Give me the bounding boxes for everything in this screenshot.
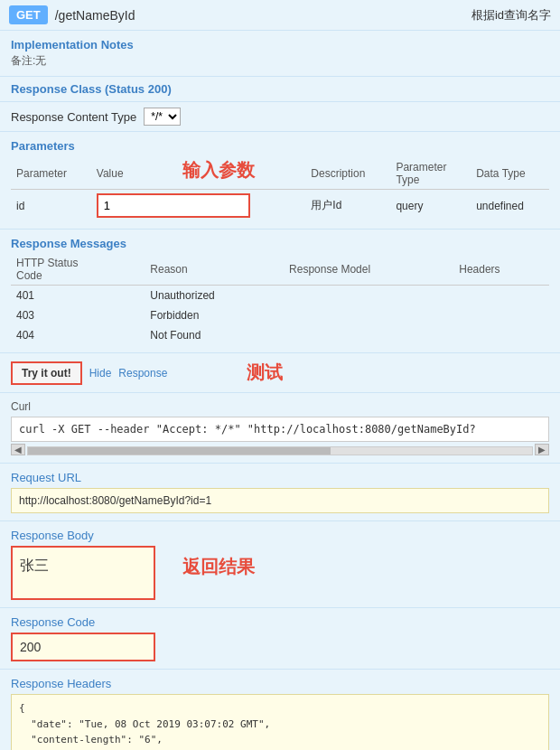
request-url-title: Request URL: [11, 471, 549, 484]
status-reason: Unauthorized: [145, 286, 284, 306]
curl-title: Curl: [11, 400, 549, 413]
response-code-title: Response Code: [11, 615, 549, 629]
status-reason: Not Found: [145, 325, 284, 345]
col-parameter: Parameter: [11, 158, 91, 190]
param-data-type: undefined: [471, 190, 549, 222]
content-type-label: Response Content Type: [11, 110, 136, 124]
status-code: 401: [11, 286, 145, 306]
parameters-title: Parameters: [11, 139, 549, 153]
response-messages-table: HTTP StatusCode Reason Response Model He…: [11, 254, 549, 345]
parameters-section: Parameters 输入参数 Parameter Value Descript…: [0, 132, 560, 230]
horizontal-scrollbar[interactable]: [27, 446, 533, 455]
return-annotation: 返回结果: [182, 555, 255, 579]
param-description: 用户Id: [305, 190, 390, 222]
hide-link[interactable]: Hide: [89, 367, 112, 380]
col-reason: Reason: [145, 254, 284, 286]
response-class-title: Response Class (Status 200): [11, 82, 172, 96]
status-code: 403: [11, 305, 145, 325]
scroll-right-arrow[interactable]: ▶: [535, 444, 549, 455]
status-code: 404: [11, 325, 145, 345]
response-headers-value: { "date": "Tue, 08 Oct 2019 03:07:02 GMT…: [11, 694, 549, 750]
implementation-notes-section: Implementation Notes 备注:无: [0, 31, 560, 77]
col-value: Value: [91, 158, 306, 190]
response-link[interactable]: Response: [118, 367, 167, 380]
response-messages-title: Response Messages: [11, 237, 549, 250]
scrollbar-thumb: [28, 447, 331, 455]
param-value-cell: [91, 190, 306, 222]
request-url-value: http://localhost:8080/getNameById?id=1: [11, 488, 549, 513]
curl-command: curl -X GET --header "Accept: */*" "http…: [11, 417, 549, 442]
request-url-section: Request URL http://localhost:8080/getNam…: [0, 464, 560, 521]
status-headers: [453, 286, 549, 306]
response-body-section: Response Body 张三 返回结果: [0, 521, 560, 608]
status-headers: [453, 325, 549, 345]
test-annotation: 测试: [247, 361, 283, 385]
header-note: 根据id查询名字: [471, 7, 551, 23]
status-model: [284, 325, 453, 345]
response-body-title: Response Body: [11, 529, 549, 542]
response-code-value: 200: [11, 633, 155, 661]
curl-command-text: curl -X GET --header "Accept: */*" "http…: [19, 423, 476, 436]
table-row: 401 Unauthorized: [11, 286, 549, 306]
response-class-section: Response Class (Status 200): [0, 77, 560, 102]
api-header: GET /getNameById 根据id查询名字: [0, 0, 560, 31]
try-it-section: Try it out! Hide Response 测试: [0, 353, 560, 393]
content-type-row: Response Content Type */*: [0, 102, 560, 132]
status-model: [284, 286, 453, 306]
col-data-type: Data Type: [471, 158, 549, 190]
col-param-type: ParameterType: [390, 158, 471, 190]
response-headers-title: Response Headers: [11, 677, 549, 690]
curl-section: Curl curl -X GET --header "Accept: */*" …: [0, 393, 560, 464]
param-name: id: [11, 190, 91, 222]
try-it-button[interactable]: Try it out!: [11, 361, 82, 385]
col-headers: Headers: [453, 254, 549, 286]
table-row: id 用户Id query undefined: [11, 190, 549, 222]
scroll-left-arrow[interactable]: ◀: [11, 444, 25, 455]
table-row: 403 Forbidden: [11, 305, 549, 325]
param-type: query: [390, 190, 471, 222]
http-method-badge: GET: [9, 5, 48, 24]
status-model: [284, 305, 453, 325]
implementation-notes-text: 备注:无: [11, 53, 549, 69]
col-description: Description: [305, 158, 390, 190]
endpoint-path: /getNameById: [55, 8, 135, 23]
response-body-value: 张三: [11, 546, 155, 600]
content-type-select[interactable]: */*: [144, 108, 181, 126]
param-value-input[interactable]: [97, 193, 250, 218]
status-headers: [453, 305, 549, 325]
implementation-notes-title: Implementation Notes: [11, 38, 549, 52]
response-messages-section: Response Messages HTTP StatusCode Reason…: [0, 230, 560, 353]
table-row: 404 Not Found: [11, 325, 549, 345]
col-http-status: HTTP StatusCode: [11, 254, 145, 286]
parameters-table: Parameter Value Description ParameterTyp…: [11, 158, 549, 221]
status-reason: Forbidden: [145, 305, 284, 325]
col-response-model: Response Model: [284, 254, 453, 286]
response-headers-section: Response Headers { "date": "Tue, 08 Oct …: [0, 670, 560, 750]
response-code-section: Response Code 200: [0, 608, 560, 670]
